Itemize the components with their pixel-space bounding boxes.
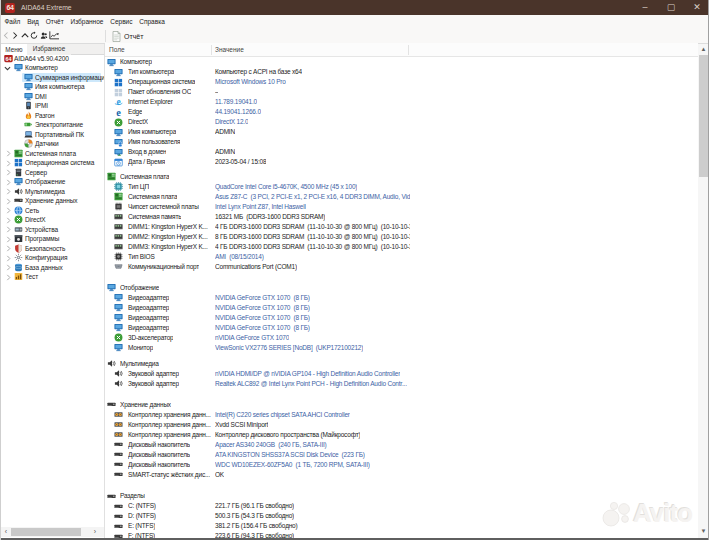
chevron-collapsed-icon[interactable] [5,217,12,224]
tree-item-19[interactable]: Программы [1,234,104,244]
close-button[interactable]: ✕ [684,0,709,15]
menu-item-5[interactable]: Справка [136,18,168,25]
tree-item-5[interactable]: IPMI [1,101,104,111]
tree-item-3[interactable]: Имя компьютера [1,82,104,92]
table-row[interactable]: Контроллер хранения данн...Xvdd SCSI Min… [105,420,698,430]
table-row[interactable]: Дисковый накопительATA KINGSTON SHSS37A … [105,450,698,460]
main-vertical-scrollbar[interactable]: ▲ ▼ [698,44,709,538]
chevron-collapsed-icon[interactable] [5,169,12,176]
table-row[interactable]: eInternet Explorer11.789.19041.0 [105,97,698,107]
chevron-collapsed-icon[interactable] [5,236,12,243]
section-header-row[interactable]: Отображение [105,283,698,293]
tree-item-23[interactable]: Тест [1,272,104,282]
table-row[interactable]: DirectXDirectX 12.0 [105,117,698,127]
chevron-collapsed-icon[interactable] [5,198,12,205]
refresh-button[interactable] [30,29,38,41]
chevron-collapsed-icon[interactable] [5,160,12,167]
field-value[interactable]: NVIDIA GeForce GTX 1070 (8 ГБ) [215,323,310,333]
table-row[interactable]: E: (NTFS)381.2 ГБ (156.4 ГБ свободно) [105,521,698,531]
column-header-field[interactable]: Поле [109,43,125,57]
tree-item-16[interactable]: Сеть [1,206,104,216]
table-row[interactable]: Дата / Время2023-05-04 / 15:08 [105,157,698,167]
scrollbar-thumb[interactable] [699,55,708,177]
forward-button[interactable] [12,29,18,41]
table-row[interactable]: Коммуникационный портCommunications Port… [105,262,698,272]
table-row[interactable]: Звуковой адаптерnVIDIA HDMI/DP @ nVIDIA … [105,369,698,379]
field-value[interactable]: WDC WD10EZEX-60ZF5A0 (1 ТБ, 7200 RPM, SA… [215,460,370,470]
chevron-collapsed-icon[interactable] [5,188,12,195]
tree-item-21[interactable]: Конфигурация [1,253,104,263]
table-row[interactable]: ВидеоадаптерNVIDIA GeForce GTX 1070 (8 Г… [105,293,698,303]
minimize-button[interactable]: – [632,0,658,15]
table-row[interactable]: Звуковой адаптерRealtek ALC892 @ Intel L… [105,379,698,389]
table-row[interactable]: C: (NTFS)221.7 ГБ (96.1 ГБ свободно) [105,501,698,511]
tree-item-9[interactable]: Датчики [1,139,104,149]
tree-item-12[interactable]: Сервер [1,168,104,178]
chevron-collapsed-icon[interactable] [5,245,12,252]
section-header-row[interactable]: Разделы [105,491,698,501]
tree-item-8[interactable]: Портативный ПК [1,130,104,140]
table-row[interactable]: ВидеоадаптерNVIDIA GeForce GTX 1070 (8 Г… [105,313,698,323]
table-row[interactable]: Имя пользователя [105,137,698,147]
table-row[interactable]: МониторViewSonic VX2776 SERIES [NoDB] (U… [105,343,698,353]
table-row[interactable]: Имя компьютераADMIN [105,127,698,137]
tree-item-4[interactable]: DMI [1,92,104,102]
table-row[interactable]: Дисковый накопительApacer AS340 240GB (2… [105,440,698,450]
field-value[interactable]: NVIDIA GeForce GTX 1070 (8 ГБ) [215,313,310,323]
tree-item-18[interactable]: Устройства [1,225,104,235]
chevron-collapsed-icon[interactable] [5,264,12,271]
table-row[interactable]: D: (NTFS)500.3 ГБ (54.3 ГБ свободно) [105,511,698,521]
chevron-collapsed-icon[interactable] [5,274,12,281]
table-row[interactable]: Чипсет системной платыIntel Lynx Point Z… [105,202,698,212]
field-value[interactable]: nVIDIA GeForce GTX 1070 [215,333,289,343]
column-divider[interactable] [408,45,409,55]
field-value[interactable]: AMI (08/15/2014) [215,252,264,262]
section-header-row[interactable]: Системная плата [105,172,698,182]
tree-item-2[interactable]: Суммарная информация [1,73,104,83]
tab-favorites[interactable]: Избранное [27,44,71,55]
chevron-collapsed-icon[interactable] [5,150,12,157]
tree-item-15[interactable]: Хранение данных [1,196,104,206]
table-row[interactable]: eEdge44.19041.1266.0 [105,107,698,117]
table-row[interactable]: DIMM3: Kingston HyperX K...4 ГБ DDR3-160… [105,242,698,252]
field-value[interactable]: Intel Lynx Point Z87, Intel Haswell [215,202,306,212]
table-row[interactable]: DIMM1: Kingston HyperX K...4 ГБ DDR3-160… [105,222,698,232]
field-value[interactable]: QuadCore Intel Core i5-4670K, 4500 MHz (… [215,182,357,192]
field-value[interactable]: NVIDIA GeForce GTX 1070 (8 ГБ) [215,293,310,303]
table-row[interactable]: Тип компьютераКомпьютер с ACPI на базе x… [105,67,698,77]
maximize-button[interactable]: ▢ [658,0,684,15]
table-row[interactable]: Вход в доменADMIN [105,147,698,157]
field-value[interactable]: nVIDIA HDMI/DP @ nVIDIA GP104 - High Def… [215,369,400,379]
chevron-collapsed-icon[interactable] [5,207,12,214]
chevron-expanded-icon[interactable] [4,65,11,72]
field-value[interactable]: 11.789.19041.0 [215,97,257,107]
menu-item-0[interactable]: Файл [1,18,24,25]
section-header-row[interactable]: Компьютер [105,57,698,67]
table-row[interactable]: Дисковый накопительWDC WD10EZEX-60ZF5A0 … [105,460,698,470]
scroll-down-arrow-icon[interactable]: ▼ [698,526,709,536]
report-button[interactable]: Отчёт [112,30,143,42]
section-header-row[interactable]: Хранение данных [105,400,698,410]
chart-button[interactable] [49,29,59,41]
scroll-right-arrow-icon[interactable]: › [90,527,100,537]
field-value[interactable]: Realtek ALC892 @ Intel Lynx Point PCH - … [215,379,407,389]
field-value[interactable]: Microsoft Windows 10 Pro [215,77,286,87]
tree-item-17[interactable]: DirectX [1,215,104,225]
tree-item-7[interactable]: Электропитание [1,120,104,130]
table-row[interactable]: Тип BIOSAMI (08/15/2014) [105,252,698,262]
tree-item-11[interactable]: Операционная система [1,158,104,168]
column-header-value[interactable]: Значение [215,43,244,57]
tree-item-10[interactable]: Системная плата [1,149,104,159]
chevron-collapsed-icon[interactable] [5,255,12,262]
tab-menu[interactable]: Меню [1,44,27,55]
back-button[interactable] [3,29,9,41]
sidebar-horizontal-scrollbar[interactable]: ‹ › [1,527,104,537]
field-value[interactable]: 44.19041.1266.0 [215,107,261,117]
scrollbar-thumb[interactable] [11,528,81,536]
scroll-left-arrow-icon[interactable]: ‹ [1,527,11,537]
table-row[interactable]: Контроллер хранения данн...Контроллер ди… [105,430,698,440]
table-row[interactable]: ВидеоадаптерNVIDIA GeForce GTX 1070 (8 Г… [105,323,698,333]
column-divider[interactable] [211,45,212,55]
tree-item-14[interactable]: Мультимедиа [1,187,104,197]
tree-item-6[interactable]: Разгон [1,111,104,121]
